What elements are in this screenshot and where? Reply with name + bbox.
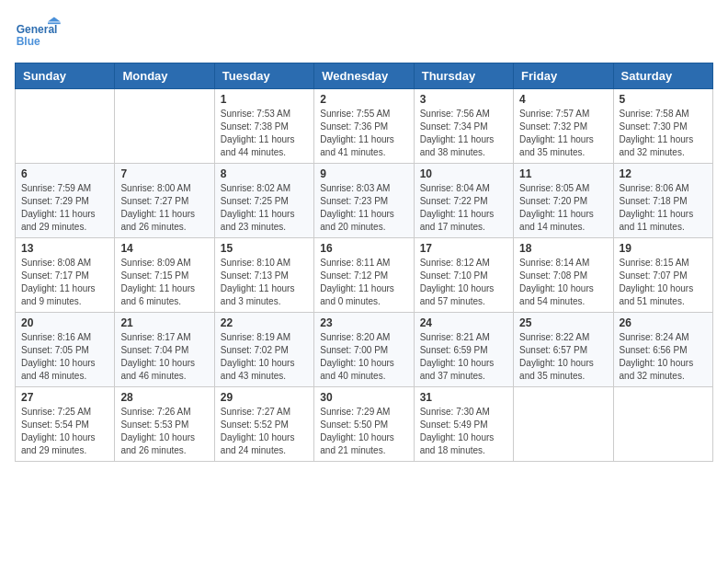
day-detail: Sunrise: 7:57 AMSunset: 7:32 PMDaylight:… xyxy=(519,108,607,159)
day-detail: Sunrise: 7:30 AMSunset: 5:49 PMDaylight:… xyxy=(420,406,507,457)
svg-rect-3 xyxy=(48,22,61,24)
day-number: 27 xyxy=(21,391,108,404)
day-detail: Sunrise: 7:25 AMSunset: 5:54 PMDaylight:… xyxy=(21,406,108,457)
calendar-cell: 21Sunrise: 8:17 AMSunset: 7:04 PMDayligh… xyxy=(115,313,214,387)
weekday-header: Wednesday xyxy=(314,63,414,89)
logo-svg: General Blue xyxy=(15,15,70,52)
calendar-table: SundayMondayTuesdayWednesdayThursdayFrid… xyxy=(15,63,713,462)
day-detail: Sunrise: 8:00 AMSunset: 7:27 PMDaylight:… xyxy=(120,182,208,234)
calendar-cell: 30Sunrise: 7:29 AMSunset: 5:50 PMDayligh… xyxy=(314,387,414,462)
day-detail: Sunrise: 8:05 AMSunset: 7:20 PMDaylight:… xyxy=(519,182,607,234)
calendar-cell: 10Sunrise: 8:04 AMSunset: 7:22 PMDayligh… xyxy=(414,164,513,238)
weekday-header: Sunday xyxy=(16,63,115,89)
day-number: 9 xyxy=(320,167,407,180)
calendar-cell: 6Sunrise: 7:59 AMSunset: 7:29 PMDaylight… xyxy=(16,164,115,238)
day-detail: Sunrise: 8:04 AMSunset: 7:22 PMDaylight:… xyxy=(420,182,507,234)
day-number: 6 xyxy=(21,167,108,180)
calendar-cell: 15Sunrise: 8:10 AMSunset: 7:13 PMDayligh… xyxy=(214,238,313,313)
calendar-cell: 24Sunrise: 8:21 AMSunset: 6:59 PMDayligh… xyxy=(414,313,513,387)
day-number: 2 xyxy=(320,93,407,106)
day-number: 22 xyxy=(221,316,308,329)
day-detail: Sunrise: 8:17 AMSunset: 7:04 PMDaylight:… xyxy=(120,331,208,383)
day-detail: Sunrise: 7:26 AMSunset: 5:53 PMDaylight:… xyxy=(120,406,208,457)
day-number: 23 xyxy=(320,316,407,329)
day-number: 11 xyxy=(519,167,607,180)
day-number: 16 xyxy=(320,242,407,255)
day-number: 18 xyxy=(519,242,607,255)
day-detail: Sunrise: 8:20 AMSunset: 7:00 PMDaylight:… xyxy=(320,331,407,383)
calendar-cell: 22Sunrise: 8:19 AMSunset: 7:02 PMDayligh… xyxy=(214,313,313,387)
day-number: 10 xyxy=(420,167,507,180)
weekday-header: Tuesday xyxy=(214,63,313,89)
day-detail: Sunrise: 8:02 AMSunset: 7:25 PMDaylight:… xyxy=(221,182,308,234)
svg-text:Blue: Blue xyxy=(17,35,40,48)
day-number: 24 xyxy=(420,316,507,329)
day-number: 25 xyxy=(519,316,607,329)
day-detail: Sunrise: 7:53 AMSunset: 7:38 PMDaylight:… xyxy=(221,108,308,159)
svg-text:General: General xyxy=(17,23,58,36)
calendar-cell: 20Sunrise: 8:16 AMSunset: 7:05 PMDayligh… xyxy=(16,313,115,387)
day-number: 1 xyxy=(221,93,308,106)
day-detail: Sunrise: 7:58 AMSunset: 7:30 PMDaylight:… xyxy=(620,108,707,159)
day-detail: Sunrise: 7:56 AMSunset: 7:34 PMDaylight:… xyxy=(420,108,507,159)
calendar-cell xyxy=(514,387,613,462)
day-detail: Sunrise: 8:24 AMSunset: 6:56 PMDaylight:… xyxy=(620,331,707,383)
day-detail: Sunrise: 8:16 AMSunset: 7:05 PMDaylight:… xyxy=(21,331,108,383)
day-detail: Sunrise: 7:55 AMSunset: 7:36 PMDaylight:… xyxy=(320,108,407,159)
calendar-cell xyxy=(613,387,712,462)
calendar-cell: 3Sunrise: 7:56 AMSunset: 7:34 PMDaylight… xyxy=(414,89,513,164)
day-detail: Sunrise: 7:59 AMSunset: 7:29 PMDaylight:… xyxy=(21,182,108,234)
weekday-header: Thursday xyxy=(414,63,513,89)
day-number: 3 xyxy=(420,93,507,106)
calendar-cell: 29Sunrise: 7:27 AMSunset: 5:52 PMDayligh… xyxy=(214,387,313,462)
calendar-cell: 14Sunrise: 8:09 AMSunset: 7:15 PMDayligh… xyxy=(115,238,214,313)
calendar-cell: 19Sunrise: 8:15 AMSunset: 7:07 PMDayligh… xyxy=(613,238,712,313)
day-detail: Sunrise: 7:29 AMSunset: 5:50 PMDaylight:… xyxy=(320,406,407,457)
day-detail: Sunrise: 8:10 AMSunset: 7:13 PMDaylight:… xyxy=(221,257,308,308)
day-number: 21 xyxy=(120,316,208,329)
day-number: 15 xyxy=(221,242,308,255)
calendar-cell: 23Sunrise: 8:20 AMSunset: 7:00 PMDayligh… xyxy=(314,313,414,387)
day-detail: Sunrise: 8:03 AMSunset: 7:23 PMDaylight:… xyxy=(320,182,407,234)
day-number: 12 xyxy=(620,167,707,180)
calendar-week-row: 13Sunrise: 8:08 AMSunset: 7:17 PMDayligh… xyxy=(16,238,713,313)
calendar-cell: 7Sunrise: 8:00 AMSunset: 7:27 PMDaylight… xyxy=(115,164,214,238)
calendar-cell: 17Sunrise: 8:12 AMSunset: 7:10 PMDayligh… xyxy=(414,238,513,313)
calendar-week-row: 1Sunrise: 7:53 AMSunset: 7:38 PMDaylight… xyxy=(16,89,713,164)
day-number: 31 xyxy=(420,391,507,404)
calendar-week-row: 20Sunrise: 8:16 AMSunset: 7:05 PMDayligh… xyxy=(16,313,713,387)
day-number: 4 xyxy=(519,93,607,106)
day-detail: Sunrise: 8:19 AMSunset: 7:02 PMDaylight:… xyxy=(221,331,308,383)
svg-marker-2 xyxy=(48,17,61,21)
calendar-cell: 1Sunrise: 7:53 AMSunset: 7:38 PMDaylight… xyxy=(214,89,313,164)
calendar-cell: 9Sunrise: 8:03 AMSunset: 7:23 PMDaylight… xyxy=(314,164,414,238)
calendar-header-row: SundayMondayTuesdayWednesdayThursdayFrid… xyxy=(16,63,713,89)
day-detail: Sunrise: 8:12 AMSunset: 7:10 PMDaylight:… xyxy=(420,257,507,308)
weekday-header: Saturday xyxy=(613,63,712,89)
calendar-cell: 12Sunrise: 8:06 AMSunset: 7:18 PMDayligh… xyxy=(613,164,712,238)
calendar-cell: 4Sunrise: 7:57 AMSunset: 7:32 PMDaylight… xyxy=(514,89,613,164)
calendar-cell: 8Sunrise: 8:02 AMSunset: 7:25 PMDaylight… xyxy=(214,164,313,238)
day-number: 17 xyxy=(420,242,507,255)
weekday-header: Monday xyxy=(115,63,214,89)
calendar-cell: 5Sunrise: 7:58 AMSunset: 7:30 PMDaylight… xyxy=(613,89,712,164)
calendar-cell: 26Sunrise: 8:24 AMSunset: 6:56 PMDayligh… xyxy=(613,313,712,387)
calendar-cell xyxy=(16,89,115,164)
calendar-cell: 31Sunrise: 7:30 AMSunset: 5:49 PMDayligh… xyxy=(414,387,513,462)
day-number: 13 xyxy=(21,242,108,255)
calendar-cell: 16Sunrise: 8:11 AMSunset: 7:12 PMDayligh… xyxy=(314,238,414,313)
day-detail: Sunrise: 8:14 AMSunset: 7:08 PMDaylight:… xyxy=(519,257,607,308)
day-number: 30 xyxy=(320,391,407,404)
calendar-cell: 13Sunrise: 8:08 AMSunset: 7:17 PMDayligh… xyxy=(16,238,115,313)
day-detail: Sunrise: 8:15 AMSunset: 7:07 PMDaylight:… xyxy=(620,257,707,308)
calendar-cell: 2Sunrise: 7:55 AMSunset: 7:36 PMDaylight… xyxy=(314,89,414,164)
day-number: 29 xyxy=(221,391,308,404)
calendar-cell: 25Sunrise: 8:22 AMSunset: 6:57 PMDayligh… xyxy=(514,313,613,387)
day-number: 26 xyxy=(620,316,707,329)
day-number: 19 xyxy=(620,242,707,255)
day-number: 5 xyxy=(620,93,707,106)
day-detail: Sunrise: 8:21 AMSunset: 6:59 PMDaylight:… xyxy=(420,331,507,383)
logo: General Blue xyxy=(15,15,70,52)
page-header: General Blue xyxy=(15,15,713,52)
calendar-cell: 28Sunrise: 7:26 AMSunset: 5:53 PMDayligh… xyxy=(115,387,214,462)
